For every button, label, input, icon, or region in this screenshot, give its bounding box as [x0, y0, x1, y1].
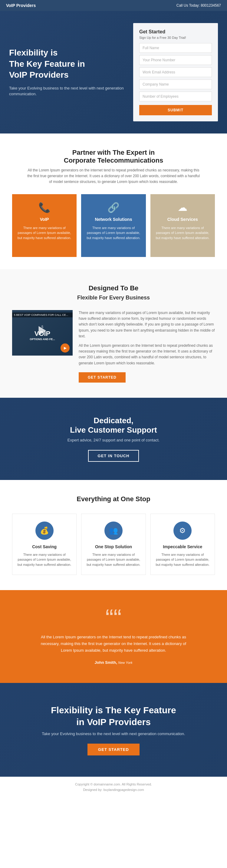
- feature-impeccable: ⚙ Impeccable Service There are many vari…: [150, 514, 215, 575]
- feature-cost-saving: 💰 Cost Saving There are many variations …: [12, 514, 77, 575]
- feature-cost-desc: There are many variations of passages of…: [17, 552, 72, 567]
- header-logo: VoIP Providers: [6, 3, 36, 8]
- partner-section: Partner with The Expert in Corporate Tel…: [0, 133, 227, 269]
- author-location: New York: [118, 661, 133, 664]
- get-in-touch-button[interactable]: GET IN TOUCH: [88, 450, 139, 462]
- flexible-text: There are many variations of passages of…: [79, 310, 215, 382]
- bottom-cta-button[interactable]: GET STARTED: [87, 744, 140, 755]
- flexible-body2: All the Lorem Ipsum generators on the In…: [79, 343, 215, 366]
- submit-button[interactable]: SUBMIT: [139, 105, 212, 115]
- video-thumbnail[interactable]: 5 BEST VOIP COMPANIES FOR CALL CE... 5 V…: [12, 310, 73, 355]
- flexible-subtitle: Flexible For Every Business: [12, 294, 215, 301]
- feature-one-stop-title: One Stop Solution: [86, 544, 141, 549]
- testimonial-section: ““ All the Lorem Ipsum generators on the…: [0, 590, 227, 683]
- hero-text: Flexibility is The Key Feature in VoIP P…: [9, 47, 133, 97]
- partner-body: All the Lorem Ipsum generators on the in…: [26, 167, 201, 185]
- feature-impeccable-title: Impeccable Service: [155, 544, 210, 549]
- features-grid: 💰 Cost Saving There are many variations …: [12, 514, 215, 575]
- form-title: Get Started: [139, 29, 212, 35]
- cta-body: Expert advice, 24/7 support and one poin…: [12, 438, 215, 442]
- testimonial-text: All the Lorem Ipsum generators on the In…: [38, 634, 189, 654]
- feature-cost-title: Cost Saving: [17, 544, 72, 549]
- header-phone: Call Us Today: 8001234567: [177, 3, 221, 8]
- play-button[interactable]: ▶: [61, 343, 70, 352]
- flexible-content: 5 BEST VOIP COMPANIES FOR CALL CE... 5 V…: [12, 310, 215, 382]
- flexible-cta-button[interactable]: GET STARTED: [79, 372, 126, 382]
- footer: Copyright © domainname.com. All Rights R…: [0, 777, 227, 797]
- feature-one-stop: 👥 One Stop Solution There are many varia…: [81, 514, 146, 575]
- service-cloud-desc: There are many variations of passages of…: [155, 225, 211, 241]
- hero-subtext: Take your Evolving business to the next …: [9, 85, 127, 97]
- service-cloud: ☁ Cloud Services There are many variatio…: [150, 194, 215, 257]
- feature-impeccable-desc: There are many variations of passages of…: [155, 552, 210, 567]
- flexible-section: Designed To Be Flexible For Every Busine…: [0, 269, 227, 398]
- hero-section: Flexibility is The Key Feature in VoIP P…: [0, 11, 227, 133]
- phone-input[interactable]: [139, 55, 212, 65]
- bottom-hero: Flexibility is The Key Feature in VoIP P…: [0, 683, 227, 777]
- impeccable-icon: ⚙: [174, 522, 192, 540]
- service-cloud-title: Cloud Services: [155, 217, 211, 222]
- form-subtitle: Sign Up for a Free 30 Day Trial!: [139, 36, 212, 39]
- company-input[interactable]: [139, 80, 212, 89]
- service-voip-title: VoIP: [17, 217, 72, 222]
- full-name-input[interactable]: [139, 43, 212, 53]
- service-network-title: Network Solutions: [86, 217, 141, 222]
- partner-title: Partner with The Expert in Corporate Tel…: [12, 149, 215, 164]
- cloud-icon: ☁: [155, 202, 211, 213]
- services-grid: 📞 VoIP There are many variations of pass…: [12, 194, 215, 257]
- feature-one-stop-desc: There are many variations of passages of…: [86, 552, 141, 567]
- voip-icon: 📞: [17, 202, 72, 213]
- service-network-desc: There are many variations of passages of…: [86, 225, 141, 241]
- one-stop-icon: 👥: [104, 522, 122, 540]
- footer-copyright: Copyright © domainname.com. All Rights R…: [5, 781, 223, 787]
- footer-designed-by: Designed by: buylandingpagedesign.com: [5, 787, 223, 793]
- everything-title: Everything at One Stop: [12, 495, 215, 503]
- cost-saving-icon: 💰: [35, 522, 53, 540]
- hero-headline: Flexibility is The Key Feature in VoIP P…: [9, 47, 127, 81]
- hero-form: Get Started Sign Up for a Free 30 Day Tr…: [133, 23, 218, 121]
- service-voip: 📞 VoIP There are many variations of pass…: [12, 194, 77, 257]
- network-icon: 🔗: [86, 202, 141, 213]
- testimonial-author: John Smith, New York: [24, 660, 203, 665]
- cta-title: Dedicated, Live Customer Support: [12, 416, 215, 435]
- bottom-hero-subtitle: Take your Evolving business to the next …: [24, 732, 203, 736]
- service-voip-desc: There are many variations of passages of…: [17, 225, 72, 241]
- header: VoIP Providers Call Us Today: 8001234567: [0, 0, 227, 11]
- quote-mark: ““: [24, 608, 203, 628]
- service-network: 🔗 Network Solutions There are many varia…: [81, 194, 146, 257]
- flexible-body1: There are many variations of passages of…: [79, 310, 215, 339]
- flexible-title: Designed To Be: [12, 284, 215, 292]
- video-label: 5 BEST VOIP COMPANIES FOR CALL CE...: [12, 312, 73, 317]
- bottom-hero-title: Flexibility is The Key Feature in VoIP P…: [24, 704, 203, 728]
- video-text: 5 VOIP OPTIONS AND FE...: [27, 322, 58, 344]
- email-input[interactable]: [139, 67, 212, 77]
- author-name: John Smith,: [95, 660, 117, 665]
- everything-section: Everything at One Stop 💰 Cost Saving The…: [0, 480, 227, 590]
- employees-input[interactable]: [139, 92, 212, 101]
- cta-band: Dedicated, Live Customer Support Expert …: [0, 398, 227, 480]
